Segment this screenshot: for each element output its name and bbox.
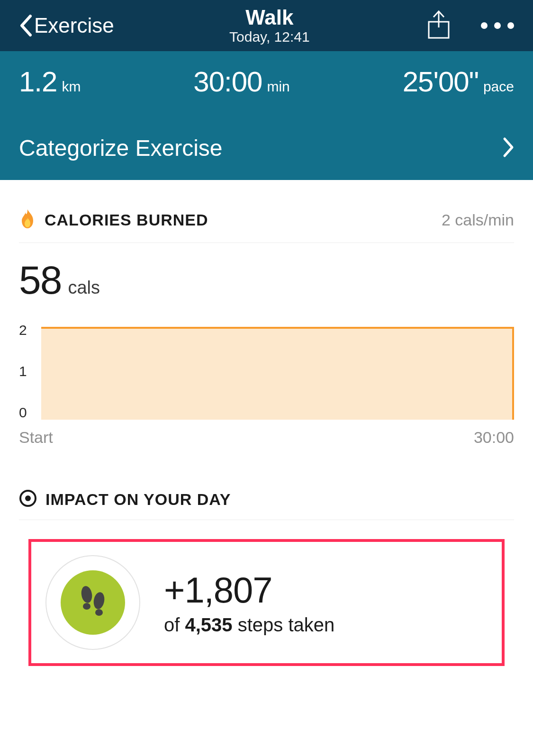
more-button[interactable]	[481, 22, 514, 29]
chart-fill	[41, 327, 514, 420]
impact-section: IMPACT ON YOUR DAY +1,807	[0, 447, 533, 666]
header-title-block: Walk Today, 12:41	[229, 6, 310, 45]
x-start: Start	[19, 428, 53, 447]
page-subtitle: Today, 12:41	[229, 29, 310, 45]
svg-point-4	[80, 585, 93, 603]
steps-tail: steps taken	[233, 614, 335, 635]
duration-unit: min	[267, 79, 289, 95]
y-tick: 2	[19, 323, 27, 337]
page-title: Walk	[229, 6, 310, 29]
steps-total: 4,535	[185, 614, 232, 635]
dot-icon	[494, 22, 501, 29]
stat-distance: 1.2 km	[19, 65, 81, 98]
steps-added: +1,807	[164, 569, 334, 611]
svg-point-3	[25, 495, 31, 501]
of-word: of	[164, 614, 185, 635]
stat-pace: 25'00" pace	[403, 65, 514, 98]
calories-section: CALORIES BURNED 2 cals/min 58 cals 2 1 0…	[0, 180, 533, 447]
svg-point-7	[95, 609, 103, 616]
impact-title: IMPACT ON YOUR DAY	[45, 490, 231, 509]
steps-sub: of 4,535 steps taken	[164, 614, 334, 636]
distance-unit: km	[62, 79, 81, 95]
steps-badge	[45, 555, 140, 650]
chart-y-axis: 2 1 0	[19, 322, 27, 420]
stats-band: 1.2 km 30:00 min 25'00" pace Categorize …	[0, 51, 533, 180]
x-end: 30:00	[474, 428, 514, 447]
target-icon	[19, 489, 37, 509]
y-tick: 1	[19, 364, 27, 378]
impact-steps-card[interactable]: +1,807 of 4,535 steps taken	[28, 539, 505, 666]
chart-area	[36, 322, 514, 420]
categorize-label: Categorize Exercise	[19, 135, 223, 161]
svg-point-6	[92, 591, 106, 610]
chart-x-axis: Start 30:00	[19, 420, 514, 447]
header-bar: Exercise Walk Today, 12:41	[0, 0, 533, 51]
pace-unit: pace	[483, 79, 514, 95]
flame-icon	[19, 208, 36, 231]
back-button[interactable]: Exercise	[19, 14, 114, 37]
back-label: Exercise	[34, 14, 114, 37]
share-button[interactable]	[425, 9, 452, 43]
calories-value: 58	[19, 257, 61, 303]
dot-icon	[507, 22, 514, 29]
stat-duration: 30:00 min	[193, 65, 290, 98]
categorize-exercise-row[interactable]: Categorize Exercise	[19, 126, 514, 180]
calories-rate: 2 cals/min	[442, 211, 514, 229]
pace-value: 25'00"	[403, 65, 479, 98]
calories-chart: 2 1 0	[19, 322, 514, 420]
chevron-right-icon	[503, 137, 514, 160]
dot-icon	[481, 22, 488, 29]
calories-total: 58 cals	[19, 243, 514, 322]
distance-value: 1.2	[19, 65, 57, 98]
y-tick: 0	[19, 405, 27, 420]
duration-value: 30:00	[193, 65, 262, 98]
svg-point-5	[83, 603, 90, 610]
calories-title: CALORIES BURNED	[45, 211, 208, 229]
chevron-left-icon	[19, 14, 32, 37]
calories-unit: cals	[68, 278, 100, 298]
footprints-icon	[76, 583, 109, 622]
